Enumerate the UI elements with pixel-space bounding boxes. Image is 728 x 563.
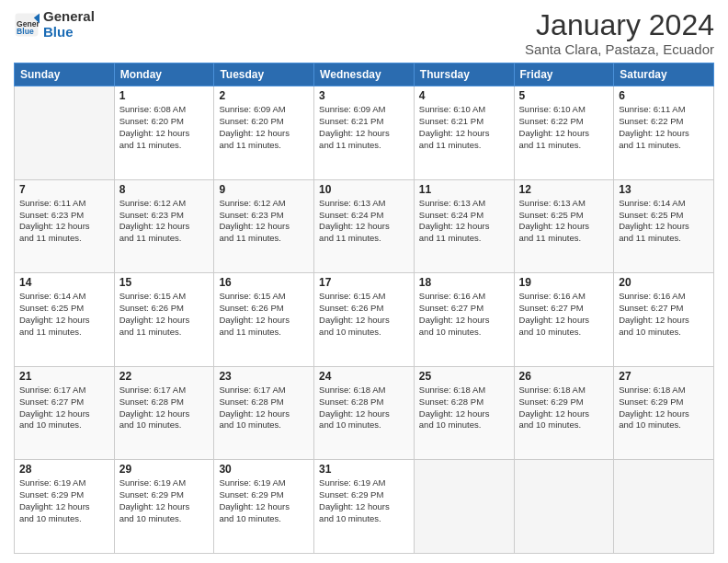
calendar-cell: 15Sunrise: 6:15 AM Sunset: 6:26 PM Dayli… <box>114 273 214 367</box>
calendar-cell: 7Sunrise: 6:11 AM Sunset: 6:23 PM Daylig… <box>15 179 115 273</box>
day-info: Sunrise: 6:16 AM Sunset: 6:27 PM Dayligh… <box>519 291 609 338</box>
calendar-header-wednesday: Wednesday <box>314 63 415 86</box>
location-title: Santa Clara, Pastaza, Ecuador <box>525 41 714 57</box>
calendar-cell: 21Sunrise: 6:17 AM Sunset: 6:27 PM Dayli… <box>15 366 115 460</box>
day-info: Sunrise: 6:18 AM Sunset: 6:29 PM Dayligh… <box>619 385 709 431</box>
day-info: Sunrise: 6:09 AM Sunset: 6:20 PM Dayligh… <box>219 104 309 151</box>
day-number: 25 <box>419 370 509 383</box>
day-info: Sunrise: 6:18 AM Sunset: 6:28 PM Dayligh… <box>419 385 509 431</box>
calendar-cell <box>414 460 514 554</box>
day-info: Sunrise: 6:16 AM Sunset: 6:27 PM Dayligh… <box>619 291 709 338</box>
day-number: 4 <box>419 89 509 102</box>
calendar-header-thursday: Thursday <box>414 63 514 86</box>
day-number: 13 <box>619 183 709 196</box>
calendar-cell <box>514 460 614 554</box>
calendar-cell: 13Sunrise: 6:14 AM Sunset: 6:25 PM Dayli… <box>614 179 714 273</box>
calendar-cell: 12Sunrise: 6:13 AM Sunset: 6:25 PM Dayli… <box>514 179 614 273</box>
calendar-cell <box>15 86 115 180</box>
day-number: 31 <box>319 463 409 476</box>
calendar-cell: 18Sunrise: 6:16 AM Sunset: 6:27 PM Dayli… <box>414 273 514 367</box>
day-number: 1 <box>119 89 210 102</box>
calendar-cell: 30Sunrise: 6:19 AM Sunset: 6:29 PM Dayli… <box>214 460 314 554</box>
day-number: 6 <box>619 89 709 102</box>
calendar-cell: 22Sunrise: 6:17 AM Sunset: 6:28 PM Dayli… <box>114 366 214 460</box>
day-info: Sunrise: 6:15 AM Sunset: 6:26 PM Dayligh… <box>119 291 210 338</box>
month-title: January 2024 <box>525 9 714 41</box>
day-info: Sunrise: 6:10 AM Sunset: 6:21 PM Dayligh… <box>419 104 509 151</box>
day-info: Sunrise: 6:17 AM Sunset: 6:28 PM Dayligh… <box>219 385 309 431</box>
day-number: 2 <box>219 89 309 102</box>
day-number: 19 <box>519 276 609 289</box>
day-info: Sunrise: 6:16 AM Sunset: 6:27 PM Dayligh… <box>419 291 509 338</box>
day-info: Sunrise: 6:19 AM Sunset: 6:29 PM Dayligh… <box>219 477 309 524</box>
calendar-cell: 25Sunrise: 6:18 AM Sunset: 6:28 PM Dayli… <box>414 366 514 460</box>
logo: General Blue General Blue <box>14 9 95 40</box>
day-info: Sunrise: 6:08 AM Sunset: 6:20 PM Dayligh… <box>119 104 210 151</box>
calendar-cell: 17Sunrise: 6:15 AM Sunset: 6:26 PM Dayli… <box>314 273 415 367</box>
calendar-table: SundayMondayTuesdayWednesdayThursdayFrid… <box>14 63 714 554</box>
day-number: 24 <box>319 370 409 383</box>
calendar-cell: 28Sunrise: 6:19 AM Sunset: 6:29 PM Dayli… <box>15 460 115 554</box>
day-number: 8 <box>119 183 210 196</box>
svg-text:Blue: Blue <box>17 27 34 36</box>
day-number: 16 <box>219 276 309 289</box>
calendar-header-friday: Friday <box>514 63 614 86</box>
day-number: 7 <box>19 183 109 196</box>
calendar-cell: 5Sunrise: 6:10 AM Sunset: 6:22 PM Daylig… <box>514 86 614 180</box>
day-number: 14 <box>19 276 109 289</box>
day-number: 26 <box>519 370 609 383</box>
day-info: Sunrise: 6:15 AM Sunset: 6:26 PM Dayligh… <box>219 291 309 338</box>
calendar-cell: 26Sunrise: 6:18 AM Sunset: 6:29 PM Dayli… <box>514 366 614 460</box>
day-info: Sunrise: 6:19 AM Sunset: 6:29 PM Dayligh… <box>119 477 210 524</box>
calendar-cell: 9Sunrise: 6:12 AM Sunset: 6:23 PM Daylig… <box>214 179 314 273</box>
calendar-cell: 31Sunrise: 6:19 AM Sunset: 6:29 PM Dayli… <box>314 460 415 554</box>
calendar-cell: 3Sunrise: 6:09 AM Sunset: 6:21 PM Daylig… <box>314 86 415 180</box>
day-number: 3 <box>319 89 409 102</box>
logo-blue: Blue <box>43 25 95 40</box>
page: General Blue General Blue January 2024 S… <box>0 0 728 563</box>
day-number: 18 <box>419 276 509 289</box>
logo-icon: General Blue <box>14 12 40 38</box>
day-number: 12 <box>519 183 609 196</box>
day-info: Sunrise: 6:15 AM Sunset: 6:26 PM Dayligh… <box>319 291 409 338</box>
calendar-cell: 11Sunrise: 6:13 AM Sunset: 6:24 PM Dayli… <box>414 179 514 273</box>
day-number: 20 <box>619 276 709 289</box>
day-number: 17 <box>319 276 409 289</box>
day-number: 11 <box>419 183 509 196</box>
day-info: Sunrise: 6:19 AM Sunset: 6:29 PM Dayligh… <box>19 477 109 524</box>
day-number: 29 <box>119 463 210 476</box>
calendar-cell: 2Sunrise: 6:09 AM Sunset: 6:20 PM Daylig… <box>214 86 314 180</box>
calendar-cell: 27Sunrise: 6:18 AM Sunset: 6:29 PM Dayli… <box>614 366 714 460</box>
day-number: 10 <box>319 183 409 196</box>
calendar-cell: 6Sunrise: 6:11 AM Sunset: 6:22 PM Daylig… <box>614 86 714 180</box>
day-info: Sunrise: 6:17 AM Sunset: 6:27 PM Dayligh… <box>19 385 109 431</box>
day-info: Sunrise: 6:18 AM Sunset: 6:28 PM Dayligh… <box>319 385 409 431</box>
title-block: January 2024 Santa Clara, Pastaza, Ecuad… <box>525 9 714 57</box>
day-info: Sunrise: 6:13 AM Sunset: 6:24 PM Dayligh… <box>319 198 409 245</box>
day-number: 5 <box>519 89 609 102</box>
day-number: 27 <box>619 370 709 383</box>
day-number: 15 <box>119 276 210 289</box>
day-info: Sunrise: 6:09 AM Sunset: 6:21 PM Dayligh… <box>319 104 409 151</box>
header: General Blue General Blue January 2024 S… <box>14 9 714 57</box>
calendar-cell: 16Sunrise: 6:15 AM Sunset: 6:26 PM Dayli… <box>214 273 314 367</box>
calendar-cell: 4Sunrise: 6:10 AM Sunset: 6:21 PM Daylig… <box>414 86 514 180</box>
day-info: Sunrise: 6:13 AM Sunset: 6:25 PM Dayligh… <box>519 198 609 245</box>
calendar-cell: 29Sunrise: 6:19 AM Sunset: 6:29 PM Dayli… <box>114 460 214 554</box>
calendar-week-1: 7Sunrise: 6:11 AM Sunset: 6:23 PM Daylig… <box>15 179 714 273</box>
day-info: Sunrise: 6:12 AM Sunset: 6:23 PM Dayligh… <box>119 198 210 245</box>
day-info: Sunrise: 6:11 AM Sunset: 6:23 PM Dayligh… <box>19 198 109 245</box>
calendar-cell: 19Sunrise: 6:16 AM Sunset: 6:27 PM Dayli… <box>514 273 614 367</box>
day-info: Sunrise: 6:17 AM Sunset: 6:28 PM Dayligh… <box>119 385 210 431</box>
calendar-header-tuesday: Tuesday <box>214 63 314 86</box>
calendar-week-2: 14Sunrise: 6:14 AM Sunset: 6:25 PM Dayli… <box>15 273 714 367</box>
day-info: Sunrise: 6:14 AM Sunset: 6:25 PM Dayligh… <box>619 198 709 245</box>
calendar-cell <box>614 460 714 554</box>
calendar-header-saturday: Saturday <box>614 63 714 86</box>
day-number: 22 <box>119 370 210 383</box>
day-number: 23 <box>219 370 309 383</box>
calendar-cell: 1Sunrise: 6:08 AM Sunset: 6:20 PM Daylig… <box>114 86 214 180</box>
day-info: Sunrise: 6:18 AM Sunset: 6:29 PM Dayligh… <box>519 385 609 431</box>
calendar-header-row: SundayMondayTuesdayWednesdayThursdayFrid… <box>15 63 714 86</box>
calendar-header-monday: Monday <box>114 63 214 86</box>
